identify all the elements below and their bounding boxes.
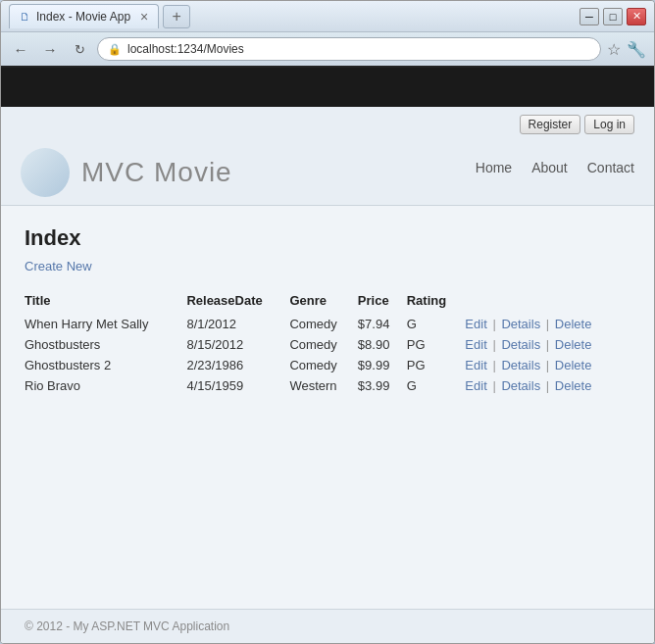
- footer-text: © 2012 - My ASP.NET MVC Application: [25, 619, 229, 633]
- movie-price: $3.99: [358, 375, 407, 396]
- movie-price: $7.94: [358, 314, 407, 334]
- browser-window: 🗋 Index - Movie App × + ─ □ ✕ ← → ↻ 🔒 lo…: [0, 0, 655, 644]
- col-releasedate: ReleaseDate: [186, 289, 289, 314]
- movie-rating: PG: [407, 355, 466, 375]
- col-genre: Genre: [289, 289, 357, 314]
- details-link[interactable]: Details: [501, 317, 540, 331]
- movie-title: Ghostbusters: [25, 334, 186, 355]
- window-controls: ─ □ ✕: [579, 8, 646, 25]
- tab-icon: 🗋: [20, 11, 30, 23]
- edit-link[interactable]: Edit: [465, 358, 486, 372]
- movie-release-date: 2/23/1986: [186, 355, 289, 375]
- movie-rating: PG: [407, 334, 466, 355]
- table-header-row: Title ReleaseDate Genre Price Rating: [25, 289, 630, 314]
- sep1: |: [492, 378, 495, 393]
- address-bar: ← → ↻ 🔒 localhost:1234/Movies ☆ 🔧: [1, 32, 654, 68]
- app-title-row: MVC Movie: [21, 138, 232, 205]
- col-title: Title: [25, 289, 186, 314]
- nav-contact[interactable]: Contact: [587, 160, 634, 175]
- app-navbar: [1, 68, 654, 107]
- details-link[interactable]: Details: [501, 337, 540, 352]
- movie-genre: Comedy: [289, 355, 357, 375]
- sep1: |: [492, 337, 495, 352]
- minimize-button[interactable]: ─: [579, 8, 599, 25]
- table-row: Ghostbusters 8/15/2012 Comedy $8.90 PG E…: [25, 334, 630, 355]
- delete-link[interactable]: Delete: [555, 337, 592, 352]
- movie-release-date: 8/15/2012: [186, 334, 289, 355]
- movie-rating: G: [407, 375, 466, 396]
- sep2: |: [546, 358, 549, 372]
- close-button[interactable]: ✕: [627, 8, 646, 25]
- table-row: Ghostbusters 2 2/23/1986 Comedy $9.99 PG…: [25, 355, 630, 375]
- nav-about[interactable]: About: [531, 160, 568, 175]
- movie-price: $9.99: [358, 355, 407, 375]
- url-icon: 🔒: [108, 43, 122, 56]
- movie-actions: Edit | Details | Delete: [465, 334, 630, 355]
- movie-release-date: 8/1/2012: [186, 314, 289, 334]
- sep2: |: [546, 317, 549, 331]
- url-text: localhost:1234/Movies: [127, 42, 244, 56]
- movie-actions: Edit | Details | Delete: [465, 375, 630, 396]
- main-content: Index Create New Title ReleaseDate Genre…: [1, 206, 654, 609]
- logo-circle: [21, 148, 70, 197]
- register-button[interactable]: Register: [520, 115, 581, 134]
- movie-title: Rio Bravo: [25, 375, 186, 396]
- col-price: Price: [358, 289, 407, 314]
- col-actions: [465, 289, 630, 314]
- new-tab-button[interactable]: +: [163, 5, 190, 28]
- login-button[interactable]: Log in: [584, 115, 634, 134]
- movie-price: $8.90: [358, 334, 407, 355]
- sep2: |: [546, 337, 549, 352]
- movie-title: When Harry Met Sally: [25, 314, 186, 334]
- movie-title: Ghostbusters 2: [25, 355, 186, 375]
- sep1: |: [492, 317, 495, 331]
- sep2: |: [546, 378, 549, 393]
- nav-home[interactable]: Home: [476, 160, 512, 175]
- app-header-nav: Home About Contact: [476, 160, 634, 183]
- edit-link[interactable]: Edit: [465, 317, 486, 331]
- edit-link[interactable]: Edit: [465, 337, 486, 352]
- movie-genre: Comedy: [289, 314, 357, 334]
- details-link[interactable]: Details: [501, 358, 540, 372]
- app-title: MVC Movie: [81, 157, 232, 188]
- movie-rating: G: [407, 314, 466, 334]
- restore-button[interactable]: □: [603, 8, 623, 25]
- movie-release-date: 4/15/1959: [186, 375, 289, 396]
- edit-link[interactable]: Edit: [465, 378, 486, 393]
- movie-genre: Comedy: [289, 334, 357, 355]
- movie-actions: Edit | Details | Delete: [465, 314, 630, 334]
- delete-link[interactable]: Delete: [555, 378, 592, 393]
- create-new-link[interactable]: Create New: [25, 259, 92, 273]
- movie-genre: Western: [289, 375, 357, 396]
- app-footer: © 2012 - My ASP.NET MVC Application: [1, 609, 654, 643]
- movie-actions: Edit | Details | Delete: [465, 355, 630, 375]
- delete-link[interactable]: Delete: [555, 317, 592, 331]
- url-bar[interactable]: 🔒 localhost:1234/Movies: [97, 37, 601, 61]
- sep1: |: [492, 358, 495, 372]
- col-rating: Rating: [407, 289, 466, 314]
- page-title: Index: [25, 225, 630, 251]
- table-row: When Harry Met Sally 8/1/2012 Comedy $7.…: [25, 314, 630, 334]
- tools-button[interactable]: 🔧: [627, 40, 646, 59]
- tab-title: Index - Movie App: [36, 10, 130, 24]
- bookmark-button[interactable]: ☆: [607, 40, 621, 59]
- details-link[interactable]: Details: [501, 378, 540, 393]
- browser-tab[interactable]: 🗋 Index - Movie App ×: [9, 4, 159, 28]
- refresh-button[interactable]: ↻: [68, 37, 91, 61]
- forward-button[interactable]: →: [38, 37, 62, 61]
- delete-link[interactable]: Delete: [555, 358, 592, 372]
- app-content: Register Log in MVC Movie Home About Con…: [1, 68, 654, 643]
- tab-close-button[interactable]: ×: [140, 9, 148, 25]
- back-button[interactable]: ←: [9, 37, 32, 61]
- title-bar: 🗋 Index - Movie App × + ─ □ ✕: [1, 1, 654, 32]
- header-auth-buttons: Register Log in: [21, 115, 634, 134]
- movies-table: Title ReleaseDate Genre Price Rating Whe…: [25, 289, 630, 396]
- app-header: Register Log in MVC Movie Home About Con…: [1, 107, 654, 206]
- table-row: Rio Bravo 4/15/1959 Western $3.99 G Edit…: [25, 375, 630, 396]
